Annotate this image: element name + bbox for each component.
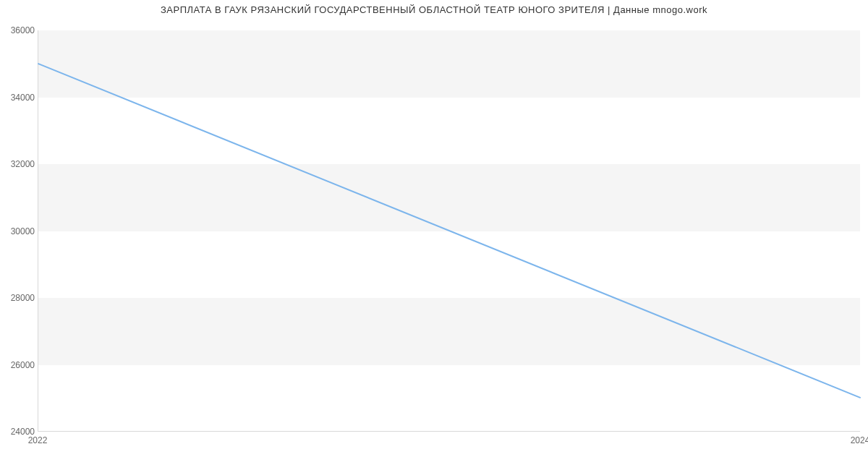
y-tick-label: 30000 bbox=[3, 226, 35, 236]
y-tick-label: 28000 bbox=[3, 293, 35, 303]
y-tick-label: 34000 bbox=[3, 93, 35, 103]
chart-container: ЗАРПЛАТА В ГАУК РЯЗАНСКИЙ ГОСУДАРСТВЕННЫ… bbox=[0, 0, 868, 470]
x-tick-label: 2024 bbox=[851, 435, 868, 445]
y-tick-label: 36000 bbox=[3, 25, 35, 35]
plot-area bbox=[38, 30, 860, 432]
x-tick-label: 2022 bbox=[28, 435, 48, 445]
y-tick-label: 26000 bbox=[3, 360, 35, 370]
chart-title: ЗАРПЛАТА В ГАУК РЯЗАНСКИЙ ГОСУДАРСТВЕННЫ… bbox=[0, 4, 868, 15]
y-tick-label: 32000 bbox=[3, 159, 35, 169]
line-layer bbox=[38, 30, 860, 431]
series-line bbox=[38, 64, 860, 398]
